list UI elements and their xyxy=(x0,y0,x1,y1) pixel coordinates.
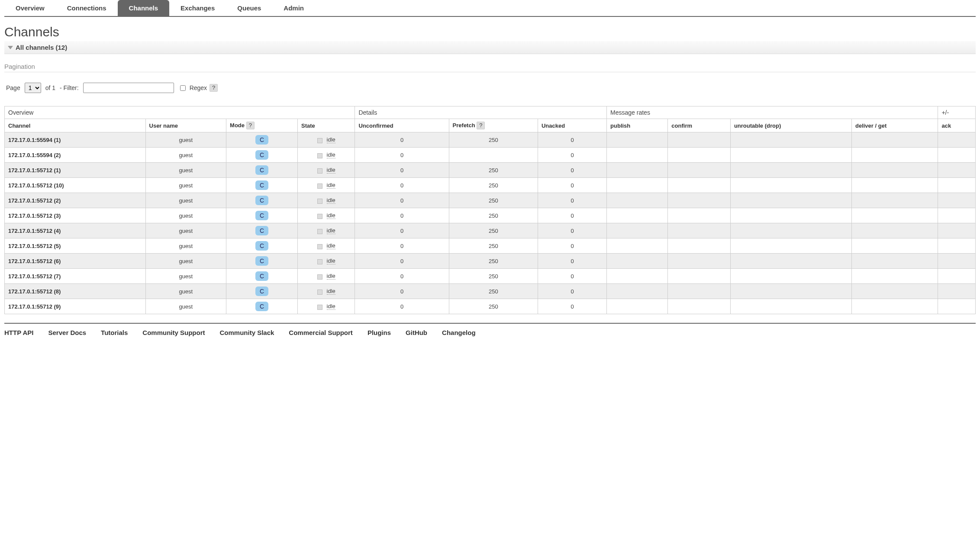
footer-link-community-slack[interactable]: Community Slack xyxy=(219,329,274,336)
tab-overview[interactable]: Overview xyxy=(4,0,56,16)
channel-link[interactable]: 172.17.0.1:55594 (2) xyxy=(8,152,61,158)
prefetch-help-icon[interactable]: ? xyxy=(477,122,485,129)
table-row: 172.17.0.1:55712 (10)guestCidle02500 xyxy=(5,178,976,193)
col-user[interactable]: User name xyxy=(145,119,226,132)
cell-deliver xyxy=(851,284,938,299)
footer-link-server-docs[interactable]: Server Docs xyxy=(48,329,87,336)
col-mode[interactable]: Mode ? xyxy=(226,119,298,132)
footer-link-changelog[interactable]: Changelog xyxy=(442,329,476,336)
cell-state: idle xyxy=(298,178,355,193)
mode-badge: C xyxy=(255,271,268,281)
cell-user: guest xyxy=(145,284,226,299)
cell-user: guest xyxy=(145,132,226,148)
cell-deliver xyxy=(851,238,938,254)
cell-publish xyxy=(607,299,668,314)
cell-prefetch xyxy=(449,148,538,163)
group-header-overview: Overview xyxy=(5,106,355,119)
col-ack[interactable]: ack xyxy=(938,119,976,132)
footer-link-http-api[interactable]: HTTP API xyxy=(4,329,34,336)
channel-link[interactable]: 172.17.0.1:55712 (4) xyxy=(8,228,61,234)
cell-unacked: 0 xyxy=(538,132,606,148)
channel-link[interactable]: 172.17.0.1:55712 (1) xyxy=(8,167,61,174)
state-indicator-icon xyxy=(317,199,322,204)
cell-unconfirmed: 0 xyxy=(355,208,449,223)
col-channel[interactable]: Channel xyxy=(5,119,146,132)
regex-help-icon[interactable]: ? xyxy=(210,84,218,92)
channel-link[interactable]: 172.17.0.1:55712 (9) xyxy=(8,303,61,310)
regex-checkbox[interactable] xyxy=(180,85,186,91)
col-confirm[interactable]: confirm xyxy=(668,119,731,132)
col-deliver[interactable]: deliver / get xyxy=(851,119,938,132)
table-row: 172.17.0.1:55712 (2)guestCidle02500 xyxy=(5,193,976,208)
col-unroutable[interactable]: unroutable (drop) xyxy=(730,119,851,132)
cell-channel: 172.17.0.1:55712 (10) xyxy=(5,178,146,193)
cell-unconfirmed: 0 xyxy=(355,148,449,163)
cell-confirm xyxy=(668,163,731,178)
col-unconfirmed[interactable]: Unconfirmed xyxy=(355,119,449,132)
cell-mode: C xyxy=(226,238,298,254)
cell-publish xyxy=(607,238,668,254)
cell-state: idle xyxy=(298,132,355,148)
state-indicator-icon xyxy=(317,138,322,143)
columns-toggle[interactable]: +/- xyxy=(938,106,976,119)
cell-user: guest xyxy=(145,163,226,178)
mode-badge: C xyxy=(255,150,268,160)
channel-link[interactable]: 172.17.0.1:55712 (6) xyxy=(8,258,61,264)
col-state[interactable]: State xyxy=(298,119,355,132)
cell-mode: C xyxy=(226,208,298,223)
state-indicator-icon xyxy=(317,153,322,158)
cell-publish xyxy=(607,132,668,148)
cell-unconfirmed: 0 xyxy=(355,132,449,148)
cell-unroutable xyxy=(730,163,851,178)
col-mode-label: Mode xyxy=(230,122,245,129)
channel-link[interactable]: 172.17.0.1:55712 (3) xyxy=(8,212,61,219)
page-select[interactable]: 1 xyxy=(25,83,41,93)
tab-queues[interactable]: Queues xyxy=(226,0,272,16)
cell-unroutable xyxy=(730,284,851,299)
mode-help-icon[interactable]: ? xyxy=(246,122,255,129)
cell-ack xyxy=(938,148,976,163)
channel-link[interactable]: 172.17.0.1:55712 (10) xyxy=(8,182,64,189)
state-label: idle xyxy=(327,273,335,280)
footer-link-plugins[interactable]: Plugins xyxy=(368,329,391,336)
state-label: idle xyxy=(327,227,335,234)
cell-confirm xyxy=(668,238,731,254)
channels-table: Overview Details Message rates +/- Chann… xyxy=(4,106,976,314)
channel-link[interactable]: 172.17.0.1:55712 (5) xyxy=(8,243,61,249)
cell-channel: 172.17.0.1:55712 (6) xyxy=(5,254,146,269)
footer-link-community-support[interactable]: Community Support xyxy=(142,329,205,336)
cell-mode: C xyxy=(226,163,298,178)
tab-channels[interactable]: Channels xyxy=(118,0,170,16)
footer-link-github[interactable]: GitHub xyxy=(406,329,427,336)
cell-state: idle xyxy=(298,269,355,284)
col-publish[interactable]: publish xyxy=(607,119,668,132)
footer-link-commercial-support[interactable]: Commercial Support xyxy=(289,329,353,336)
all-channels-header[interactable]: All channels (12) xyxy=(4,41,976,54)
tab-connections[interactable]: Connections xyxy=(56,0,118,16)
cell-unroutable xyxy=(730,238,851,254)
pagination-controls: Page 1 of 1 - Filter: Regex ? xyxy=(6,83,976,93)
channel-link[interactable]: 172.17.0.1:55594 (1) xyxy=(8,137,61,143)
cell-user: guest xyxy=(145,299,226,314)
state-label: idle xyxy=(327,136,335,143)
cell-ack xyxy=(938,193,976,208)
cell-prefetch: 250 xyxy=(449,163,538,178)
tab-admin[interactable]: Admin xyxy=(272,0,315,16)
channel-link[interactable]: 172.17.0.1:55712 (7) xyxy=(8,273,61,280)
cell-prefetch: 250 xyxy=(449,193,538,208)
filter-input[interactable] xyxy=(83,83,174,93)
cell-deliver xyxy=(851,193,938,208)
cell-unconfirmed: 0 xyxy=(355,178,449,193)
cell-ack xyxy=(938,284,976,299)
col-prefetch[interactable]: Prefetch ? xyxy=(449,119,538,132)
channel-link[interactable]: 172.17.0.1:55712 (8) xyxy=(8,288,61,295)
cell-deliver xyxy=(851,148,938,163)
col-unacked[interactable]: Unacked xyxy=(538,119,606,132)
cell-user: guest xyxy=(145,148,226,163)
footer-link-tutorials[interactable]: Tutorials xyxy=(101,329,128,336)
state-label: idle xyxy=(327,242,335,249)
cell-unroutable xyxy=(730,132,851,148)
tab-exchanges[interactable]: Exchanges xyxy=(169,0,226,16)
cell-prefetch: 250 xyxy=(449,284,538,299)
channel-link[interactable]: 172.17.0.1:55712 (2) xyxy=(8,197,61,204)
